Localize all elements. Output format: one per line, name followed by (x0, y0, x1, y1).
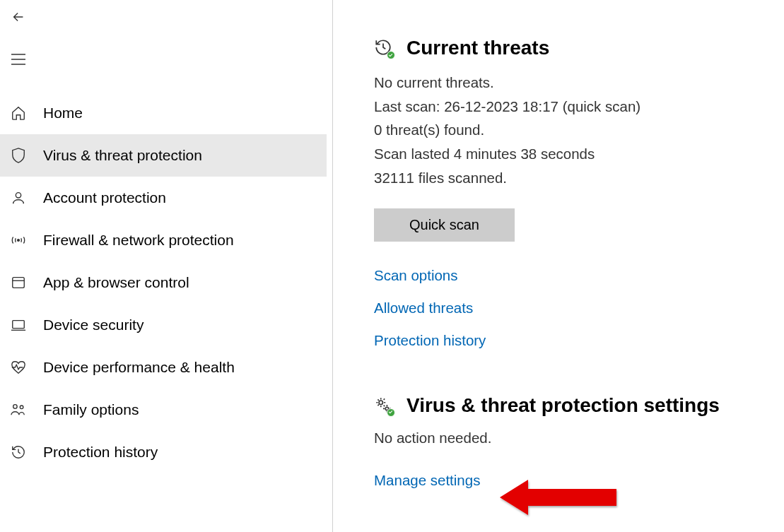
current-threats-title: Current threats (406, 37, 549, 59)
app-browser-icon (9, 273, 28, 292)
main-content: Current threats No current threats. Last… (333, 0, 784, 532)
svg-point-11 (379, 401, 382, 404)
sidebar: Home Virus & threat protection Account p… (0, 0, 333, 532)
back-button[interactable] (10, 8, 27, 25)
shield-icon (9, 146, 28, 165)
svg-point-3 (16, 193, 21, 198)
nav-label: Device security (43, 317, 144, 333)
svg-rect-7 (13, 321, 25, 329)
quick-scan-button[interactable]: Quick scan (374, 208, 515, 242)
sidebar-item-device-security[interactable]: Device security (0, 304, 327, 346)
nav-label: Protection history (43, 444, 158, 461)
allowed-threats-link[interactable]: Allowed threats (374, 300, 784, 317)
svg-point-9 (13, 405, 18, 409)
antenna-icon (9, 231, 28, 249)
settings-gear-icon (374, 396, 394, 415)
history-shield-icon (374, 38, 394, 58)
nav-label: Virus & threat protection (43, 147, 202, 164)
nav-label: Home (43, 105, 83, 122)
threat-status-block: No current threats. Last scan: 26-12-202… (374, 72, 784, 189)
heart-performance-icon (9, 358, 28, 377)
settings-status-text: No action needed. (374, 430, 784, 447)
nav-label: Device performance & health (43, 359, 235, 376)
nav-label: App & browser control (43, 274, 189, 291)
manage-settings-link[interactable]: Manage settings (374, 472, 784, 489)
settings-header: Virus & threat protection settings (374, 394, 784, 417)
back-arrow-icon (11, 9, 26, 25)
sidebar-item-home[interactable]: Home (0, 92, 327, 134)
hamburger-icon (11, 53, 26, 66)
history-icon (9, 443, 28, 461)
status-last-scan: Last scan: 26-12-2023 18:17 (quick scan) (374, 96, 784, 117)
svg-rect-5 (13, 278, 25, 288)
sidebar-item-firewall[interactable]: Firewall & network protection (0, 219, 327, 261)
sidebar-item-app-browser[interactable]: App & browser control (0, 261, 327, 304)
nav-list: Home Virus & threat protection Account p… (0, 92, 327, 473)
home-icon (9, 104, 28, 122)
status-no-threats: No current threats. (374, 72, 784, 93)
svg-point-4 (18, 240, 20, 242)
sidebar-item-device-performance[interactable]: Device performance & health (0, 346, 327, 389)
check-badge-icon (387, 408, 395, 417)
check-badge-icon (387, 51, 395, 59)
account-icon (9, 189, 28, 207)
svg-point-10 (20, 406, 23, 409)
status-scan-duration: Scan lasted 4 minutes 38 seconds (374, 143, 784, 165)
sidebar-item-virus-threat-protection[interactable]: Virus & threat protection (0, 134, 327, 177)
menu-button[interactable] (10, 51, 27, 68)
nav-label: Firewall & network protection (43, 232, 234, 249)
family-icon (9, 401, 28, 419)
laptop-icon (9, 316, 28, 334)
settings-title: Virus & threat protection settings (406, 394, 720, 417)
protection-history-link[interactable]: Protection history (374, 332, 784, 349)
sidebar-item-family-options[interactable]: Family options (0, 389, 327, 431)
sidebar-item-protection-history[interactable]: Protection history (0, 431, 327, 473)
current-threats-header: Current threats (374, 37, 784, 59)
nav-label: Account protection (43, 189, 166, 206)
sidebar-item-account-protection[interactable]: Account protection (0, 177, 327, 219)
scan-options-link[interactable]: Scan options (374, 267, 784, 284)
status-files-scanned: 32111 files scanned. (374, 167, 784, 189)
nav-label: Family options (43, 401, 139, 418)
status-threats-found: 0 threat(s) found. (374, 119, 784, 141)
settings-section: Virus & threat protection settings No ac… (374, 394, 784, 489)
